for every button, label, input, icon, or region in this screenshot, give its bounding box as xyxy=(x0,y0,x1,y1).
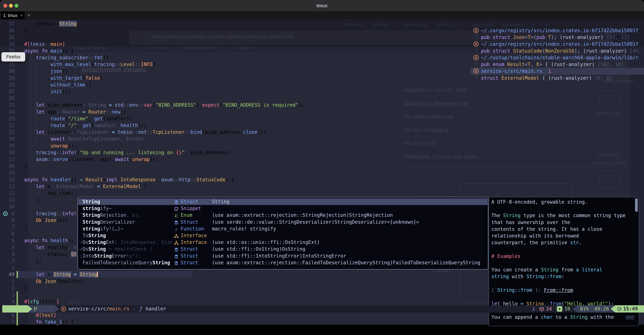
code-token: String::from xyxy=(526,274,561,279)
completion-label-part: Ext xyxy=(106,239,115,245)
completion-label-part: String xyxy=(152,260,170,266)
interface-icon xyxy=(174,233,178,238)
completion-kind: Struct xyxy=(181,259,198,266)
completion-kind: Struct xyxy=(181,253,198,259)
symbol-entry-row[interactable]: └ struct ExternalModel { (rust-analyzer)… xyxy=(475,75,612,82)
symbol-entry-row[interactable]: └ pub struct Json<T>(pub T); (rust-analy… xyxy=(475,34,630,41)
ghost-text: = HealthCheck { xyxy=(106,246,152,252)
tab-tmux[interactable]: 1: tmux × xyxy=(1,11,24,19)
function-icon: ƒ xyxy=(174,227,178,231)
completion-item[interactable]: FailedToDeserializeQueryStringStruct(use… xyxy=(78,259,488,266)
code-token: ); xyxy=(551,34,560,40)
package-icon xyxy=(539,307,544,312)
completion-kind: Interface xyxy=(181,239,207,246)
code-token: pub enum xyxy=(481,61,507,67)
doc-line: You can append a char to a String with t… xyxy=(492,314,614,321)
symbol-entry-row[interactable]: └ pub struct StatusCode(NonZeroU16); (ru… xyxy=(475,47,642,54)
code-token: contents of the string. It has a close xyxy=(492,226,602,232)
code-token: String xyxy=(570,314,588,320)
doc-line: that has ownership over the xyxy=(492,219,570,226)
completion-label: StringDeserializer xyxy=(82,219,135,225)
completion-label-part: Into xyxy=(82,253,94,259)
docs-scrollbar-thumb[interactable] xyxy=(635,198,638,212)
completion-label-part: Error xyxy=(112,253,126,259)
code-token: that has ownership over the xyxy=(492,220,570,225)
completion-detail: (use std::os::unix::ffi::OsStringExt) xyxy=(212,239,320,246)
code-token: ( xyxy=(542,48,545,54)
completion-popup: StringStructStringstringify~Snippet"Stri… xyxy=(78,197,488,270)
completion-item[interactable]: "StringRejection, m);AZEnum(use axum::ex… xyxy=(78,212,488,219)
completion-label-part: ify~ xyxy=(100,206,112,211)
completion-item[interactable]: ToStringInterface xyxy=(78,232,488,239)
mode-badge: INSERT xyxy=(2,305,32,313)
code-token: < xyxy=(525,61,528,67)
time-label: 15:49 xyxy=(623,305,638,313)
ghost-text: a xyxy=(80,246,82,252)
symbol-file-row[interactable]: ~/.cargo/registry/src/index.crates.io-6f… xyxy=(481,41,638,48)
terminal-screen[interactable]: https://www.binaryheap.com/wp-admin/uplo… xyxy=(0,19,644,325)
completion-item[interactable]: stringify!(…)~ƒFunctionmacro_rules! stri… xyxy=(78,225,488,232)
code-token: . xyxy=(579,240,582,246)
completion-item[interactable]: stringify~Snippet xyxy=(78,205,488,212)
code-token: to a xyxy=(553,314,570,320)
ghost-text: i xyxy=(80,253,82,259)
doc-line: string with String::from: xyxy=(492,273,564,280)
code-token: You can append a xyxy=(492,314,541,320)
completion-item[interactable]: iIntoStringErrorhy");Struct(use std::ffi… xyxy=(78,253,488,259)
completion-item[interactable]: StringStructString xyxy=(78,198,488,205)
symbol-file-row[interactable]: service-c/src/main.rs 1 xyxy=(481,68,551,75)
code-token: with the xyxy=(588,314,614,320)
completion-item[interactable]: >OsStringExtl IntoResponse, StatInterfac… xyxy=(78,239,488,246)
code-token: Result xyxy=(507,61,524,67)
completion-label-part: ify!(…)~ xyxy=(100,226,123,232)
code-token: T xyxy=(528,61,530,67)
doc-line: [`String::from`]: From::from xyxy=(492,287,573,294)
struct-icon xyxy=(174,261,178,265)
struct-icon xyxy=(174,247,178,251)
code-token: (rust-analyzer) xyxy=(560,34,606,40)
new-tab-button[interactable]: + xyxy=(27,11,31,19)
code-token: └ xyxy=(475,75,481,81)
scroll-percent: 81% xyxy=(580,305,589,313)
completion-item[interactable]: aOsString = HealthCheck {Struct(use std:… xyxy=(78,246,488,252)
rust-icon: R xyxy=(474,55,478,60)
code-token: service-c/src/main.rs xyxy=(481,68,542,74)
code-token: String::from xyxy=(497,287,532,293)
struct-icon xyxy=(174,200,178,204)
code-token: [502, 10] xyxy=(598,61,624,67)
symbol-file-row[interactable]: ~/.rustup/toolchains/stable-aarch64-appl… xyxy=(481,54,638,61)
code-token: (rust-analyzer) xyxy=(583,48,630,54)
doc-line: contents of the string. It has a close xyxy=(492,226,602,233)
title-bar: tmux xyxy=(0,0,644,11)
completion-label-part: Rejection xyxy=(100,212,126,218)
code-token: You can create a xyxy=(492,267,541,273)
completion-kind: Struct xyxy=(181,246,198,252)
code-token: struct xyxy=(481,75,502,81)
completion-kind: Interface xyxy=(181,232,207,239)
completion-label: String xyxy=(82,198,100,205)
completion-label: FailedToDeserializeQueryString xyxy=(82,259,170,266)
code-token: (rust-analyzer) xyxy=(548,75,595,81)
code-token: String xyxy=(503,213,520,218)
ghost-text: , m); xyxy=(126,212,141,218)
completion-detail: (use std::ffi::OsString)OsString xyxy=(212,246,305,252)
completion-kind: Struct xyxy=(181,198,198,205)
completion-kind: Struct xyxy=(181,219,198,225)
git-branch-icon xyxy=(33,307,38,311)
code-token: └ xyxy=(475,34,481,40)
added-count: 10 xyxy=(564,305,570,313)
completion-item[interactable]: StringDeserializerStruct(use serde::de::… xyxy=(78,219,488,225)
tab-close-icon[interactable]: × xyxy=(20,11,23,19)
symbol-file-row[interactable]: ~/.cargo/registry/src/index.crates.io-6f… xyxy=(481,27,638,34)
completion-label: IntoStringErrorhy"); xyxy=(82,253,141,259)
code-token: ExternalModel xyxy=(502,75,542,81)
code-token: [6, 8] xyxy=(595,75,612,81)
code-token xyxy=(542,68,548,74)
firefox-tooltip: Firefox xyxy=(2,52,25,61)
code-token: > { xyxy=(539,61,551,67)
clock-icon xyxy=(617,307,622,311)
symbol-entry-row[interactable]: └ pub enum Result<T, E> { (rust-analyzer… xyxy=(475,61,624,68)
completion-label-part: String xyxy=(82,199,100,205)
code-token: type is the most common string type xyxy=(521,213,626,218)
file-path[interactable]: service-c/src/main.rs xyxy=(68,305,130,313)
